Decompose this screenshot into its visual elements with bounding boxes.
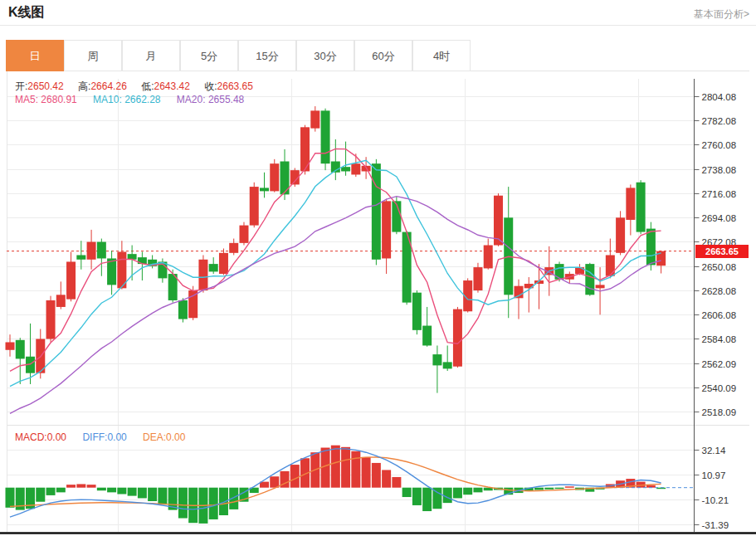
candle-down <box>341 167 350 171</box>
macd-bar <box>382 470 391 487</box>
candle-down <box>646 229 656 266</box>
macd-bar <box>117 488 126 495</box>
macd-bar <box>6 488 15 508</box>
candle-down <box>76 255 85 259</box>
candle-up <box>56 295 66 307</box>
candle-up <box>484 246 493 269</box>
macd-bar <box>97 488 106 491</box>
close-label: 收: <box>204 80 217 92</box>
candle-up <box>46 300 56 339</box>
low-label: 低: <box>141 80 154 92</box>
price-tick-label: 2584.08 <box>702 334 737 344</box>
macd-value-readout: MACD:0.00 <box>15 431 66 443</box>
macd-bar <box>107 488 116 493</box>
macd-bar <box>76 484 85 487</box>
macd-bar <box>453 488 462 499</box>
candle-up <box>453 309 462 367</box>
candle-down <box>178 300 188 319</box>
macd-bar <box>66 485 76 488</box>
candle-up <box>382 201 391 258</box>
price-tick-label: 2694.08 <box>702 213 737 223</box>
macd-bar <box>392 477 401 488</box>
low-value: 2643.42 <box>154 80 190 92</box>
open-value: 2650.42 <box>27 80 63 92</box>
macd-bar <box>372 463 381 488</box>
high-value: 2664.26 <box>90 80 126 92</box>
candle-up <box>616 217 625 253</box>
candle-up <box>270 163 279 191</box>
macd-bar <box>341 447 350 488</box>
ma-readout: MA5: 2680.91 MA10: 2662.28 MA20: 2655.48 <box>15 94 244 105</box>
macd-bar <box>36 488 45 502</box>
price-tick-label: 2760.08 <box>702 140 737 150</box>
price-tick-label: 2606.08 <box>702 310 737 320</box>
macd-bar <box>362 457 371 488</box>
macd-bar <box>138 488 147 499</box>
current-price-tag: 2663.65 <box>695 245 749 258</box>
candle-down <box>555 264 564 280</box>
candle-up <box>6 342 15 349</box>
macd-bar <box>331 446 340 488</box>
price-tick-label: 2540.09 <box>702 383 737 393</box>
dea-value-readout: DEA:0.00 <box>143 431 185 443</box>
candle-up <box>219 253 228 274</box>
macd-tick-label: 32.14 <box>702 446 726 456</box>
candle-up <box>87 242 96 260</box>
candle-down <box>260 188 269 191</box>
candle-up <box>626 188 635 220</box>
candle-up <box>606 255 615 275</box>
macd-bar <box>178 488 188 519</box>
open-label: 开: <box>15 80 27 92</box>
macd-tick-label: -31.39 <box>702 520 729 530</box>
price-tick-label: 2738.08 <box>702 165 737 175</box>
price-tick-label: 2804.08 <box>702 92 737 102</box>
candle-up <box>66 261 76 299</box>
candle-up <box>239 226 248 243</box>
macd-bar <box>463 488 472 495</box>
macd-bar <box>422 488 432 511</box>
macd-bar <box>158 488 167 505</box>
macd-bar <box>270 476 279 487</box>
macd-bar <box>473 488 482 493</box>
price-tick-label: 2716.08 <box>702 189 737 199</box>
macd-bar <box>148 488 157 501</box>
macd-tick-label: 10.97 <box>702 470 726 480</box>
macd-bar <box>565 486 574 488</box>
macd-bar <box>209 488 218 519</box>
candle-up <box>250 187 259 226</box>
price-tick-label: 2628.08 <box>702 286 737 296</box>
candle-up <box>229 243 238 253</box>
candle-down <box>637 183 646 232</box>
price-tick-label: 2562.09 <box>702 359 737 369</box>
candle-up <box>494 196 503 246</box>
kline-page: K线图 基本面分析> 日 周 月 5分 15分 30分 60分 4时 2804.… <box>0 0 756 536</box>
ma10-readout: MA10: 2662.28 <box>93 94 160 105</box>
macd-bar <box>128 488 137 496</box>
macd-bar <box>87 485 96 488</box>
price-tick-label: 2782.08 <box>702 116 737 126</box>
candle-down <box>585 264 594 295</box>
candle-down <box>138 257 147 264</box>
candle-down <box>97 242 106 259</box>
diff-value-readout: DIFF:0.00 <box>82 431 126 443</box>
price-tick-label: 2650.08 <box>702 262 737 272</box>
candle-down <box>412 293 422 330</box>
macd-bar <box>412 488 422 505</box>
ma5-readout: MA5: 2680.91 <box>15 94 77 105</box>
price-tick-label: 2518.09 <box>702 407 737 417</box>
candle-up <box>310 110 319 128</box>
ohlc-readout: 开:2650.42 高:2664.26 低:2643.42 收:2663.65 <box>15 80 265 94</box>
candle-down <box>16 340 25 359</box>
close-value: 2663.65 <box>217 80 253 92</box>
candle-up <box>351 163 360 174</box>
candle-down <box>209 264 218 271</box>
macd-bar <box>351 451 360 488</box>
macd-bar <box>555 488 564 490</box>
high-label: 高: <box>78 80 90 92</box>
macd-bar <box>56 488 66 493</box>
candle-down <box>432 354 441 365</box>
macd-bar <box>544 488 554 490</box>
candle-up <box>473 267 482 290</box>
macd-bar <box>46 488 56 495</box>
candle-up <box>596 285 605 288</box>
